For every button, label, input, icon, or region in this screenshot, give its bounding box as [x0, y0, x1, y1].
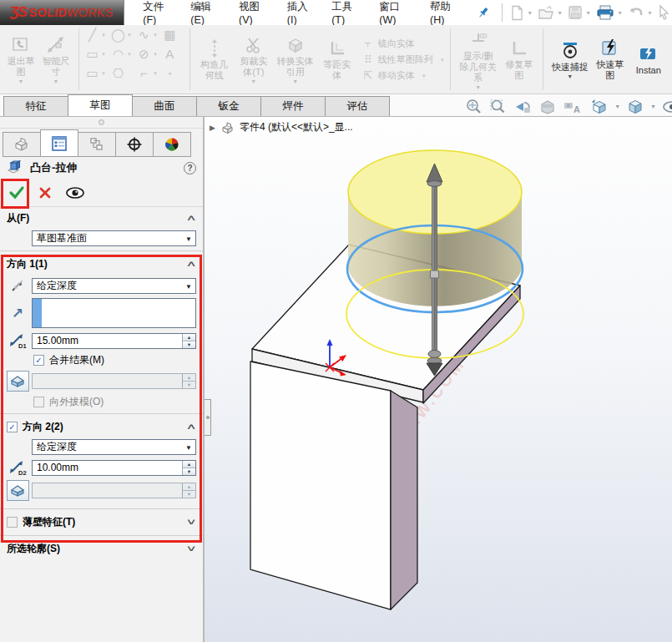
- linear-sketch-pattern-button[interactable]: ⠿ 线性草图阵列 ▼: [361, 53, 445, 66]
- direction2-draft-button[interactable]: [7, 480, 29, 501]
- move-entities-button[interactable]: ⇱ 移动实体 ▼: [361, 69, 445, 82]
- tab-sheet-metal[interactable]: 钣金: [196, 96, 261, 116]
- menu-help[interactable]: 帮助(H): [422, 0, 470, 25]
- collapse-icon[interactable]: ∧: [185, 214, 197, 223]
- instant-button[interactable]: Instan: [632, 43, 665, 76]
- tab-property-manager[interactable]: [40, 129, 78, 157]
- thin-feature-checkbox[interactable]: [7, 517, 18, 528]
- preview-eye-button[interactable]: [65, 186, 85, 200]
- convert-entities-button[interactable]: 转换实体引用 ▼: [277, 34, 314, 84]
- circle-tool[interactable]: ◯▼: [109, 28, 134, 43]
- direction1-reference-selection-box[interactable]: [32, 298, 196, 328]
- menu-edit[interactable]: 编辑(E): [182, 0, 230, 25]
- previous-view-icon[interactable]: [513, 98, 533, 116]
- menu-file[interactable]: 文件(F): [134, 0, 182, 25]
- save-button[interactable]: ▼: [568, 5, 591, 20]
- trim-entities-button[interactable]: 剪裁实体(T) ▼: [237, 34, 270, 84]
- section-from[interactable]: 从(F) ∧: [0, 207, 203, 227]
- section-direction2[interactable]: ✓ 方向 2(2) ∧: [0, 416, 203, 436]
- depth2-spinner[interactable]: ▲ ▼: [182, 461, 195, 475]
- select-tool-button[interactable]: [658, 5, 669, 20]
- zoom-area-icon[interactable]: [488, 98, 507, 116]
- repair-sketch-button[interactable]: 修复草图: [504, 38, 534, 81]
- spline-tool[interactable]: ∿▼: [134, 28, 160, 43]
- zoom-fit-icon[interactable]: [464, 98, 483, 116]
- panel-splitter[interactable]: [0, 117, 203, 129]
- pin-menu-icon[interactable]: [477, 6, 490, 19]
- undo-button[interactable]: ▼: [628, 5, 653, 20]
- tab-display-manager[interactable]: [153, 132, 191, 157]
- view-settings-icon[interactable]: A: [563, 98, 583, 116]
- panel-collapse-handle[interactable]: [205, 399, 211, 436]
- menu-window[interactable]: 窗口(W): [371, 0, 422, 25]
- expand-icon[interactable]: ∨: [185, 544, 197, 554]
- quick-snaps-button[interactable]: 快速捕捉 ▼: [552, 40, 589, 79]
- direction2-depth-input[interactable]: 10.00mm ▲ ▼: [32, 460, 196, 476]
- dropdown-arrow-icon: ▼: [185, 283, 192, 291]
- display-style-icon[interactable]: [626, 98, 644, 116]
- expand-icon[interactable]: ∨: [185, 518, 197, 527]
- feature-tree-icon: [13, 136, 31, 153]
- construction-geometry-button[interactable]: 构造几何线: [199, 38, 230, 81]
- ok-button[interactable]: [8, 185, 25, 200]
- draft-outward-checkbox-row[interactable]: 向外拔模(O): [33, 395, 196, 409]
- rectangle-tool[interactable]: ▭▼: [83, 47, 109, 62]
- from-dropdown[interactable]: 草图基准面 ▼: [32, 230, 196, 246]
- tab-feature-tree[interactable]: [3, 132, 41, 157]
- section-view-icon[interactable]: [538, 98, 557, 116]
- tab-configuration-manager[interactable]: [78, 132, 116, 157]
- tab-sketch[interactable]: 草图: [68, 94, 133, 116]
- tab-surfaces[interactable]: 曲面: [132, 96, 197, 116]
- offset-entities-button[interactable]: 等距实体: [321, 38, 354, 81]
- line-tool[interactable]: ╱▼: [83, 28, 109, 43]
- tab-dimxpert-manager[interactable]: [115, 132, 154, 157]
- collapse-icon[interactable]: ∧: [185, 422, 197, 432]
- graphics-viewport[interactable]: 软件自学网 WWW.RJZXW.COM: [205, 117, 672, 642]
- display-delete-relations-button[interactable]: 显示/删除几何关系 ▼: [459, 29, 498, 90]
- tab-features[interactable]: 特征: [3, 96, 68, 116]
- merge-result-checkbox[interactable]: ✓: [33, 355, 44, 366]
- reverse-direction-button[interactable]: [3, 276, 32, 295]
- draft-outward-checkbox[interactable]: [33, 397, 44, 407]
- tab-weldments[interactable]: 焊件: [260, 96, 326, 116]
- point-tool[interactable]: ▪: [160, 69, 186, 78]
- arc-tool[interactable]: ◠▼: [109, 47, 134, 62]
- flyout-feature-tree[interactable]: ▶ 零件4 (默认<<默认>_显...: [210, 120, 353, 134]
- ellipse-tool[interactable]: ⊘▼: [134, 47, 160, 62]
- depth1-spinner[interactable]: ▲ ▼: [182, 334, 195, 348]
- mirror-entities-button[interactable]: ⫟ 镜向实体: [361, 37, 445, 50]
- merge-result-checkbox-row[interactable]: ✓ 合并结果(M): [33, 353, 196, 367]
- collapse-icon[interactable]: ∧: [185, 260, 197, 269]
- fillet-tool[interactable]: ⌐▼: [134, 66, 160, 80]
- slot-tool[interactable]: ▭▼: [83, 66, 109, 81]
- menu-tools[interactable]: 工具(T): [323, 0, 371, 25]
- smart-dimension-button[interactable]: 智能尺寸 ▼: [42, 34, 70, 84]
- flyout-arrow-icon[interactable]: ▶: [210, 124, 215, 132]
- menu-insert[interactable]: 插入(I): [279, 0, 323, 25]
- offset-entities-icon: [327, 38, 347, 59]
- sketch-pattern-tool[interactable]: ▦: [160, 28, 186, 43]
- exit-sketch-button[interactable]: 退出草图 ▼: [7, 34, 35, 84]
- section-selected-contours[interactable]: 所选轮廓(S) ∨: [0, 538, 203, 558]
- print-icon: [596, 5, 614, 21]
- direction1-draft-button[interactable]: [7, 371, 29, 392]
- cancel-button[interactable]: [38, 186, 52, 200]
- help-icon[interactable]: ?: [184, 162, 196, 174]
- view-orientation-icon[interactable]: [589, 98, 609, 116]
- rapid-sketch-button[interactable]: 快速草图: [595, 38, 625, 81]
- print-button[interactable]: ▼: [596, 5, 623, 21]
- direction2-end-condition-dropdown[interactable]: 给定深度 ▼: [32, 439, 196, 455]
- hide-show-items-icon[interactable]: [662, 98, 672, 116]
- direction1-end-condition-dropdown[interactable]: 给定深度 ▼: [32, 278, 196, 294]
- open-document-button[interactable]: ▼: [538, 5, 563, 21]
- section-thin-feature[interactable]: 薄壁特征(T) ∨: [0, 511, 203, 531]
- text-tool[interactable]: A: [160, 47, 186, 61]
- menu-view[interactable]: 视图(V): [230, 0, 279, 25]
- polygon-tool[interactable]: ⎔: [109, 66, 134, 81]
- new-document-button[interactable]: ▼: [510, 5, 533, 21]
- dropdown-arrow-icon: ▼: [185, 235, 192, 243]
- tab-evaluate[interactable]: 评估: [325, 96, 390, 116]
- direction2-checkbox[interactable]: ✓: [7, 422, 18, 432]
- section-direction1[interactable]: 方向 1(1) ∧: [0, 253, 203, 273]
- direction1-depth-input[interactable]: 15.00mm ▲ ▼: [32, 333, 196, 349]
